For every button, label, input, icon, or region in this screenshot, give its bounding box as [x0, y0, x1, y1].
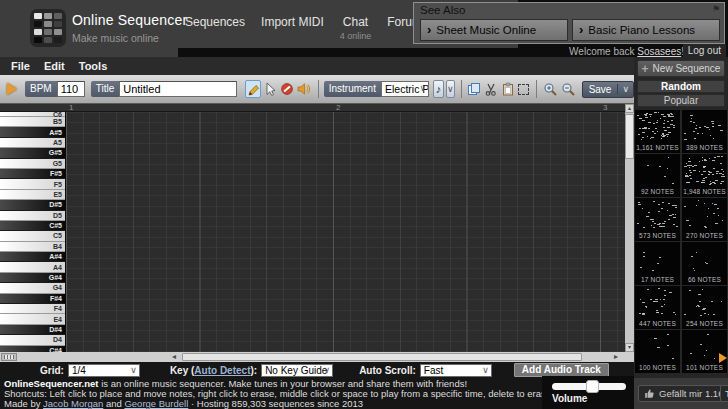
- key-guide-select[interactable]: No Key Guide∨: [261, 364, 333, 377]
- sequence-thumbnail[interactable]: 1,948 NOTES: [682, 154, 727, 197]
- toggle-keys-button[interactable]: [1, 353, 17, 361]
- copy-button[interactable]: [466, 80, 482, 98]
- piano-key-Gs5[interactable]: G#5: [0, 148, 65, 158]
- new-sequence-button[interactable]: +New Sequence: [637, 60, 725, 77]
- save-button[interactable]: Save∨: [582, 81, 634, 98]
- cursor-tool-button[interactable]: [262, 80, 278, 98]
- instrument-select[interactable]: Electric Piano∨: [381, 81, 429, 97]
- paste-button[interactable]: [500, 80, 516, 98]
- zoom-out-button[interactable]: [560, 80, 577, 98]
- piano-key-B4[interactable]: B4: [0, 242, 65, 252]
- instrument-settings-caret[interactable]: ∨: [446, 80, 455, 98]
- cut-button[interactable]: [483, 80, 499, 98]
- piano-key-E5[interactable]: E5: [0, 190, 65, 200]
- online-sequencer-app: Online Sequencer Make music online Seque…: [0, 0, 728, 409]
- sequence-thumbnail[interactable]: 389 NOTES: [682, 110, 727, 153]
- title-input[interactable]: [119, 81, 237, 97]
- grid-select[interactable]: 1/4∨: [68, 364, 140, 377]
- tab-popular[interactable]: Popular: [637, 94, 725, 107]
- preview-sound-button[interactable]: [296, 80, 312, 98]
- piano-key-Fs5[interactable]: F#5: [0, 169, 65, 179]
- george-burdell-link[interactable]: George Burdell: [124, 398, 188, 409]
- sequence-thumbnail[interactable]: 1,161 NOTES: [635, 110, 680, 153]
- logo-text: Online Sequencer Make music online: [72, 12, 187, 44]
- piano-key-Cs5[interactable]: C#5: [0, 221, 65, 231]
- menu-file[interactable]: File: [4, 60, 37, 72]
- sequence-thumbnail[interactable]: 66 NOTES: [682, 242, 727, 285]
- toolbar-separator: [461, 80, 462, 98]
- zoom-in-button[interactable]: [542, 80, 559, 98]
- scroll-up-button[interactable]: ▴: [625, 104, 634, 113]
- sequence-thumbnail[interactable]: 17 NOTES: [635, 242, 680, 285]
- tab-random[interactable]: Random: [637, 80, 725, 93]
- sequence-thumbnail[interactable]: 92 NOTES: [635, 154, 680, 197]
- sequences-sidebar: +New Sequence Random Popular 1,161 NOTES…: [634, 57, 728, 409]
- sequence-thumbnail[interactable]: 101 NOTES: [682, 330, 727, 373]
- horizontal-scroll-thumb[interactable]: [182, 353, 582, 361]
- basic-piano-lessons-link[interactable]: ›Basic Piano Lessons: [572, 19, 720, 41]
- piano-key-D4[interactable]: D4: [0, 335, 65, 345]
- username-link[interactable]: Sosasees: [637, 46, 681, 57]
- instrument-settings-button[interactable]: ♪: [433, 80, 444, 98]
- auto-scroll-select[interactable]: Fast∨: [420, 364, 492, 377]
- pencil-tool-button[interactable]: [245, 80, 261, 98]
- magnifier-plus-icon: [543, 82, 558, 97]
- piano-key-G4[interactable]: G4: [0, 283, 65, 293]
- sequence-thumbnail[interactable]: 447 NOTES: [635, 286, 680, 329]
- select-region-button[interactable]: [517, 80, 530, 98]
- toolbar: BPM Title Instrument Electric Piano∨ ♪ ∨: [0, 75, 634, 104]
- piano-key-Fs4[interactable]: F#4: [0, 294, 65, 304]
- horizontal-scrollbar[interactable]: ◂ ▸: [0, 352, 634, 362]
- piano-key-label: C6: [53, 112, 65, 118]
- note-grid[interactable]: [66, 112, 625, 352]
- nav-chat[interactable]: Chat4 online: [340, 15, 372, 41]
- piano-key-E4[interactable]: E4: [0, 314, 65, 324]
- piano-key-As5[interactable]: A#5: [0, 127, 65, 137]
- nav-import-midi[interactable]: Import MIDI: [261, 15, 324, 41]
- nav-sequences[interactable]: Sequences: [185, 15, 245, 41]
- piano-key-C5[interactable]: C5: [0, 231, 65, 241]
- volume-slider[interactable]: [552, 383, 626, 390]
- piano-key-B5[interactable]: B5: [0, 117, 65, 127]
- sequence-thumbnail[interactable]: 573 NOTES: [635, 198, 680, 241]
- piano-key-G5[interactable]: G5: [0, 159, 65, 169]
- piano-key-Ds5[interactable]: D#5: [0, 200, 65, 210]
- piano-key-Gs4[interactable]: G#4: [0, 273, 65, 283]
- piano-key-D5[interactable]: D5: [0, 211, 65, 221]
- thumbnail-note-count: 1,161 NOTES: [635, 144, 680, 151]
- logo-cell: [44, 29, 52, 35]
- piano-key-As4[interactable]: A#4: [0, 252, 65, 262]
- piano-key-label: D#4: [49, 326, 65, 333]
- menu-tools[interactable]: Tools: [72, 60, 115, 72]
- play-button[interactable]: [7, 83, 17, 95]
- piano-key-Ds4[interactable]: D#4: [0, 325, 65, 335]
- logo[interactable]: Online Sequencer Make music online: [0, 0, 178, 57]
- thumbnail-note-count: 389 NOTES: [682, 144, 727, 151]
- pencil-icon: [246, 82, 260, 96]
- sequence-thumbnail[interactable]: 254 NOTES: [682, 286, 727, 329]
- piano-key-F4[interactable]: F4: [0, 304, 65, 314]
- auto-detect-link[interactable]: Auto Detect: [194, 365, 250, 376]
- piano-key-A5[interactable]: A5: [0, 138, 65, 148]
- menu-edit[interactable]: Edit: [37, 60, 72, 72]
- vertical-scroll-thumb[interactable]: [625, 114, 634, 159]
- volume-slider-thumb[interactable]: [586, 380, 599, 393]
- sheet-music-online-link[interactable]: ›Sheet Music Online: [420, 19, 568, 41]
- sequence-thumbnail[interactable]: 270 NOTES: [682, 198, 727, 241]
- sequence-thumbnail[interactable]: 100 NOTES: [635, 330, 680, 373]
- share-button-partial[interactable]: T: [720, 385, 728, 402]
- erase-tool-button[interactable]: [279, 80, 295, 98]
- like-button[interactable]: Gefällt mir 1.160: [638, 385, 728, 402]
- add-audio-track-button[interactable]: Add Audio Track: [514, 363, 609, 377]
- logout-button[interactable]: Log out: [683, 44, 726, 58]
- jacob-morgan-link[interactable]: Jacob Morgan: [43, 398, 103, 409]
- sidebar-scroll-arrow-icon[interactable]: [719, 353, 727, 363]
- vertical-scrollbar[interactable]: ▴ ▾: [625, 104, 634, 352]
- scroll-left-button[interactable]: ◂: [168, 352, 180, 362]
- piano-key-A4[interactable]: A4: [0, 262, 65, 272]
- piano-key-F5[interactable]: F5: [0, 179, 65, 189]
- bpm-input[interactable]: [57, 81, 85, 97]
- measure-timeline[interactable]: 1 2 3: [0, 104, 625, 112]
- scroll-down-button[interactable]: ▾: [625, 343, 634, 352]
- scroll-right-button[interactable]: ▸: [610, 352, 622, 362]
